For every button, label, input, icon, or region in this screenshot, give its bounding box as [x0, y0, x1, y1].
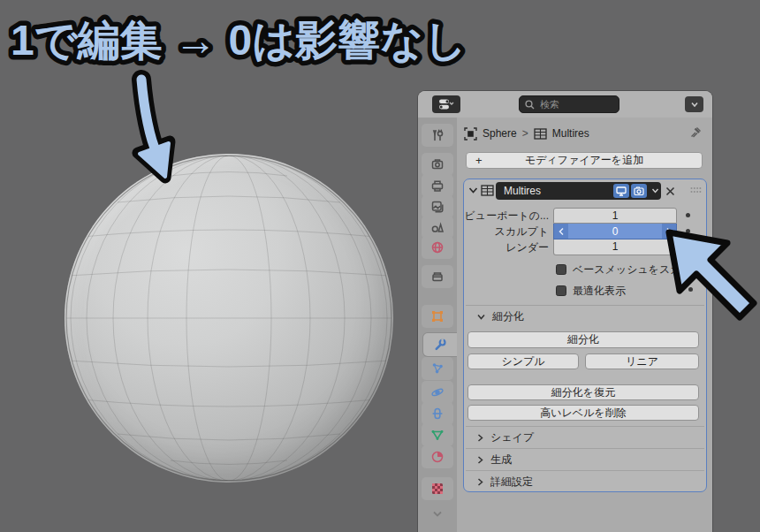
- decorator-dot[interactable]: [688, 287, 693, 292]
- object-origin-icon: [464, 127, 477, 141]
- render-icon: [430, 157, 445, 171]
- add-modifier-label: モディファイアーを追加: [525, 153, 643, 168]
- section-generate[interactable]: 生成: [466, 448, 704, 470]
- tab-object[interactable]: [422, 305, 453, 328]
- breadcrumb-separator: >: [522, 127, 528, 140]
- tab-material[interactable]: [422, 445, 453, 468]
- scene-icon: [430, 220, 445, 234]
- subdivide-simple-button[interactable]: シンプル: [467, 353, 579, 369]
- tab-texture[interactable]: [422, 477, 453, 500]
- delete-higher-label: 高いレベルを削除: [540, 406, 626, 421]
- search-input[interactable]: [538, 98, 604, 110]
- drag-handle[interactable]: [690, 186, 702, 194]
- subdivision-section-title: 細分化: [492, 309, 524, 324]
- search-box[interactable]: [519, 95, 619, 113]
- sculpt-levels-field[interactable]: 0: [553, 224, 677, 239]
- decorator-dot[interactable]: [686, 213, 690, 217]
- rebuild-subdivisions-button[interactable]: 細分化を復元: [467, 384, 699, 400]
- decorator-dot[interactable]: [686, 229, 690, 233]
- viewport-levels-field[interactable]: 1: [553, 208, 677, 224]
- grip-dots-icon: [690, 186, 702, 194]
- optimal-display-row: 最適化表示: [556, 284, 626, 298]
- tab-world[interactable]: [422, 236, 453, 259]
- tab-overflow-chevron[interactable]: [430, 510, 445, 519]
- plus-icon: +: [475, 153, 483, 168]
- sculpt-base-mesh-checkbox[interactable]: [556, 264, 566, 275]
- search-icon: [525, 100, 535, 110]
- sculpt-base-mesh-row: ベースメッシュをスカ...: [556, 262, 690, 277]
- slider-increase-icon[interactable]: [665, 227, 673, 236]
- material-icon: [430, 450, 445, 464]
- particles-icon: [430, 361, 445, 376]
- render-levels-field[interactable]: 1: [553, 239, 677, 255]
- constraints-icon: [430, 407, 445, 421]
- tab-modifiers[interactable]: [423, 333, 457, 356]
- tab-particles[interactable]: [422, 357, 453, 380]
- subdivide-button[interactable]: 細分化: [467, 331, 699, 348]
- rebuild-label: 細分化を復元: [551, 385, 615, 400]
- section-generate-label: 生成: [490, 452, 512, 467]
- expand-chevron-icon[interactable]: [467, 186, 479, 195]
- chevron-down-icon: [651, 188, 659, 194]
- properties-header: [418, 91, 712, 118]
- section-shape-label: シェイプ: [490, 430, 534, 445]
- linear-label: リニア: [626, 354, 658, 369]
- tool-icon: [430, 128, 445, 142]
- multires-icon: [534, 128, 547, 140]
- tab-render[interactable]: [422, 153, 453, 176]
- screenshot-root: 1で編集 → 0は影響なし: [0, 0, 760, 532]
- tab-object-data[interactable]: [422, 423, 453, 446]
- simple-label: シンプル: [501, 354, 544, 369]
- camera-icon: [634, 186, 644, 196]
- section-advanced-label: 詳細設定: [490, 475, 533, 490]
- multires-modifier-panel: Multires: [463, 179, 707, 492]
- tab-constraints[interactable]: [422, 402, 453, 425]
- tab-tool[interactable]: [422, 124, 453, 147]
- delete-higher-button[interactable]: 高いレベルを削除: [467, 405, 699, 421]
- properties-editor-icon: [438, 98, 454, 110]
- slider-decrease-icon[interactable]: [558, 227, 565, 236]
- section-advanced[interactable]: 詳細設定: [466, 470, 704, 492]
- render-display-toggle[interactable]: [631, 184, 647, 198]
- properties-content: Sphere > Multires + モディファイアーを追加: [457, 118, 712, 532]
- breadcrumb-modifier-name: Multires: [552, 127, 589, 140]
- object-data-icon: [430, 428, 445, 442]
- remove-modifier-button[interactable]: [663, 184, 677, 198]
- output-icon: [430, 179, 445, 193]
- chevron-down-icon: [476, 313, 486, 321]
- sphere-wireframe: [65, 154, 393, 483]
- pin-button[interactable]: [689, 125, 703, 139]
- section-shape[interactable]: シェイプ: [466, 426, 704, 448]
- optimal-display-label: 最適化表示: [573, 284, 626, 299]
- editor-type-button[interactable]: [432, 95, 460, 113]
- subdivide-linear-button[interactable]: リニア: [585, 353, 699, 369]
- tab-collection[interactable]: [422, 265, 453, 288]
- annotation-title: 1で編集 → 0は影響なし: [11, 17, 467, 64]
- physics-icon: [430, 385, 445, 399]
- chevron-right-icon: [476, 455, 484, 465]
- properties-panel: Sphere > Multires + モディファイアーを追加: [418, 91, 712, 532]
- chevron-right-icon: [476, 477, 484, 487]
- multires-icon: [481, 185, 494, 196]
- modifier-name-group: Multires: [496, 182, 661, 200]
- properties-tab-column: [418, 118, 457, 532]
- modifier-name-field[interactable]: Multires: [496, 185, 613, 197]
- modifier-header: Multires: [464, 181, 706, 201]
- view-layer-icon: [430, 200, 445, 214]
- render-levels-label: レンダー: [464, 239, 549, 255]
- tab-output[interactable]: [422, 174, 453, 197]
- pin-icon: [689, 125, 703, 139]
- optimal-display-checkbox[interactable]: [556, 285, 566, 296]
- wrench-icon: [433, 338, 447, 352]
- close-icon: [665, 186, 675, 196]
- sculpt-levels-value: 0: [565, 224, 665, 239]
- tab-physics[interactable]: [422, 381, 453, 404]
- chevron-down-icon: [430, 510, 445, 519]
- header-options-button[interactable]: [685, 96, 703, 112]
- modifier-extras-button[interactable]: [649, 182, 661, 200]
- viewport-display-toggle[interactable]: [613, 184, 629, 198]
- add-modifier-button[interactable]: + モディファイアーを追加: [466, 152, 703, 169]
- viewport-sphere[interactable]: [65, 154, 393, 483]
- chevron-right-icon: [476, 433, 484, 443]
- subdivision-section-header[interactable]: 細分化: [466, 308, 704, 325]
